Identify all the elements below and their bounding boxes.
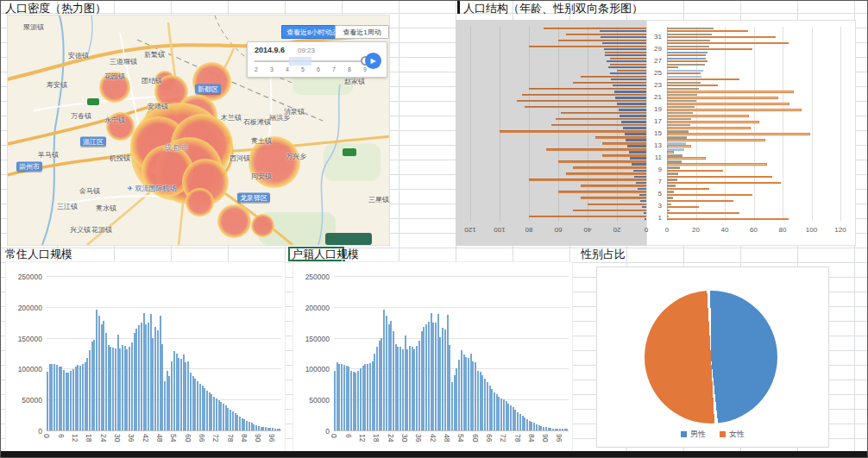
bar-right-value [667, 66, 678, 68]
heat-spot [186, 188, 214, 216]
view-1w-button[interactable]: 查看近1周动态图 [335, 25, 389, 39]
population-heatmap[interactable]: 聚源镇安德镇三道堰镇新繁镇花园镇团结镇寿安镇新都区赵家镇安靖镇万春镇永宁镇木兰镇… [8, 16, 389, 245]
gender-title: 性别占比 [581, 248, 626, 260]
category-label: 17 [648, 117, 662, 125]
axis-tick-label: 80 [779, 226, 787, 234]
bar-right-value [667, 85, 718, 86]
bar-left-value [595, 136, 647, 138]
y-axis-label: 100000 [295, 365, 330, 373]
gridline [334, 338, 569, 339]
histogram-bar [432, 323, 434, 430]
histogram-bar [176, 354, 178, 431]
map-airport-label: ✈ 双流国际机场 [128, 184, 177, 193]
gender-pie-chart[interactable]: 男性女性 [596, 267, 829, 448]
bar-left-value [500, 130, 646, 132]
bar-right-age [667, 64, 705, 66]
legend-swatch [720, 431, 726, 437]
population-pyramid-chart[interactable]: 1201008060402000204060801001203129272523… [456, 18, 856, 246]
histogram-bar [514, 410, 516, 430]
histogram-bar [67, 373, 69, 430]
histogram-bar [160, 316, 161, 430]
histogram-bar [465, 357, 467, 430]
plot-area [47, 276, 281, 430]
y-axis-label: 200000 [8, 304, 42, 312]
registered-histogram[interactable]: 0500001000001500002000002500000612182430… [292, 261, 573, 452]
axis-tick-label: 100 [806, 226, 817, 234]
histogram-bar [418, 341, 420, 430]
map-town-label: 万兴乡 [286, 152, 306, 161]
histogram-bar [75, 367, 77, 430]
bar-left-value [610, 64, 647, 66]
bar-right-value [667, 127, 751, 129]
bar-right-value [667, 218, 789, 220]
timeline-tick-label: 2 [255, 66, 258, 72]
histogram-bar [232, 411, 234, 430]
y-axis-label: 50000 [8, 396, 42, 405]
histogram-bar [409, 346, 411, 430]
axis-tick-label: 60 [750, 226, 758, 234]
bar-left-age [623, 127, 646, 129]
histogram-bar [468, 358, 469, 430]
y-axis-label: 50000 [295, 396, 330, 405]
bottom-dark-bar [1, 451, 868, 458]
bar-left-age [617, 103, 646, 104]
histogram-bar [362, 366, 364, 430]
resident-histogram[interactable]: 0500001000001500002000002500000612182430… [5, 261, 286, 452]
histogram-bar [216, 398, 217, 430]
histogram-bar [82, 364, 84, 430]
x-axis-label: 60 [471, 434, 480, 442]
histogram-bar [51, 364, 53, 430]
x-axis-label: 0 [42, 434, 51, 438]
bar-left-value [529, 88, 646, 90]
map-district-label: 温江区 [80, 137, 106, 147]
histogram-bar [53, 364, 55, 430]
bar-left-age [645, 218, 646, 220]
map-town-label: 石板滩镇 [243, 117, 271, 127]
x-axis-label: 78 [226, 434, 235, 442]
histogram-bar [369, 363, 371, 430]
map-town-label: 三星镇 [368, 195, 389, 204]
histogram-bar [59, 367, 60, 430]
histogram-bar [517, 412, 519, 430]
x-axis-label: 72 [499, 434, 507, 442]
heat-spot [251, 214, 274, 237]
histogram-bar [463, 354, 465, 430]
axis-tick-label: 40 [721, 226, 729, 234]
bar-left-age [601, 36, 646, 38]
histogram-bar [334, 371, 336, 430]
histogram-bar [513, 407, 514, 430]
bar-left-value [605, 52, 646, 53]
bar-left-value [566, 34, 647, 35]
histogram-bar [131, 342, 133, 430]
play-button[interactable]: ▶ [365, 53, 381, 69]
bar-left-age [629, 151, 646, 153]
bar-right-value [667, 109, 802, 110]
bar-right-age [667, 173, 678, 174]
bar-right-value [667, 151, 674, 153]
gridline [47, 307, 281, 308]
histogram-bar [413, 349, 415, 430]
density-title: 人口密度（热力图） [5, 2, 106, 15]
map-district-label: 崇州市 [16, 162, 42, 172]
histogram-bar [243, 419, 245, 430]
histogram-bar [242, 418, 243, 430]
axis-tick-label: 0 [665, 226, 669, 234]
timeline-panel: 2014.9.6 09:23 23456789 ▶ [247, 41, 387, 78]
histogram-bar [395, 344, 397, 430]
category-label: 29 [648, 45, 662, 53]
histogram-bar [180, 359, 182, 430]
bar-right-value [667, 212, 739, 214]
histogram-bar [202, 386, 204, 430]
y-axis-label: 150000 [295, 335, 330, 343]
bar-left-value [556, 118, 646, 120]
x-axis-label: 48 [443, 434, 451, 442]
y-axis-label: 0 [8, 427, 42, 436]
histogram-bar [98, 316, 100, 430]
bar-right-value [667, 163, 767, 165]
histogram-bar [524, 417, 525, 430]
bar-left-age [621, 121, 646, 122]
histogram-bar [213, 397, 215, 430]
bar-right-age [667, 82, 701, 84]
histogram-bar [143, 313, 145, 430]
bar-right-value [667, 206, 699, 208]
